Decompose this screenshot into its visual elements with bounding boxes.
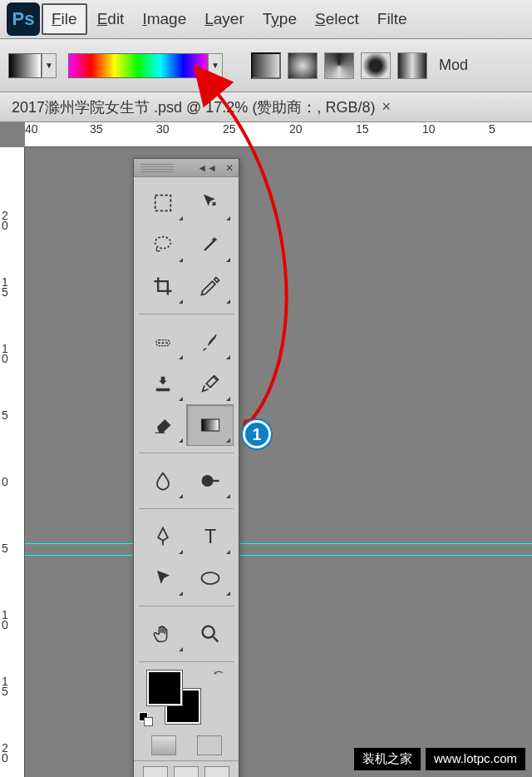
standard-mode[interactable] xyxy=(151,735,176,755)
svg-point-5 xyxy=(165,342,167,344)
guide-line[interactable] xyxy=(25,543,532,544)
svg-point-10 xyxy=(201,572,219,584)
svg-point-11 xyxy=(202,626,214,638)
guide-line[interactable] xyxy=(25,555,532,556)
options-bar: ▼ ▼ Mod xyxy=(0,39,532,92)
mode-label: Mod xyxy=(439,57,468,74)
healing-brush-tool[interactable] xyxy=(139,321,186,363)
grip-icon xyxy=(140,164,174,172)
close-icon[interactable]: ✕ xyxy=(225,162,234,174)
lasso-tool[interactable] xyxy=(139,224,186,265)
svg-text:T: T xyxy=(204,526,215,547)
svg-point-4 xyxy=(161,342,163,344)
gradient-swatch[interactable] xyxy=(8,53,42,78)
workspace: 2 01 51 05051 01 52 0 xyxy=(0,147,532,777)
type-tool[interactable]: T xyxy=(186,516,234,557)
move-tool[interactable] xyxy=(186,182,234,224)
color-swatches: ⤺ xyxy=(134,664,239,730)
close-tab-icon[interactable]: × xyxy=(382,98,391,116)
default-colors-icon[interactable] xyxy=(139,712,154,727)
angle-gradient-button[interactable] xyxy=(324,52,354,79)
clone-stamp-tool[interactable] xyxy=(139,363,186,404)
ellipse-tool[interactable] xyxy=(186,557,234,599)
hand-tool[interactable] xyxy=(139,613,186,655)
canvas[interactable] xyxy=(25,147,532,777)
gradient-picker-dropdown[interactable]: ▼ xyxy=(208,53,223,78)
magic-wand-tool[interactable] xyxy=(186,224,234,265)
svg-rect-0 xyxy=(155,195,170,211)
svg-rect-6 xyxy=(201,419,219,431)
watermark-text-1: 装机之家 xyxy=(354,748,421,770)
menu-filter[interactable]: Filte xyxy=(369,5,416,33)
svg-point-7 xyxy=(201,475,213,487)
watermark: 装机之家 www.lotpc.com xyxy=(354,748,525,770)
menu-layer[interactable]: Layer xyxy=(196,5,253,33)
crop-tool[interactable] xyxy=(139,265,186,307)
reflected-gradient-button[interactable] xyxy=(361,52,391,79)
collapse-icon[interactable]: ◄◄ xyxy=(197,162,217,174)
gradient-types xyxy=(251,52,427,79)
ruler-vertical[interactable]: 2 01 51 05051 01 52 0 xyxy=(0,147,25,777)
eyedropper-tool[interactable] xyxy=(186,265,234,307)
dodge-tool[interactable] xyxy=(186,460,234,502)
diamond-gradient-button[interactable] xyxy=(397,52,427,79)
menu-edit[interactable]: Edit xyxy=(89,5,133,33)
document-tab[interactable]: 2017滁州学院女生节 .psd @ 17.2% (赞助商：, RGB/8) × xyxy=(0,92,532,122)
eraser-tool[interactable] xyxy=(139,404,186,446)
edit-modes xyxy=(134,730,239,760)
brush-tool[interactable] xyxy=(186,321,234,363)
zoom-tool[interactable] xyxy=(186,613,234,655)
svg-point-1 xyxy=(155,237,170,249)
blur-tool[interactable] xyxy=(139,460,186,502)
svg-point-3 xyxy=(158,342,160,344)
ps-logo: Ps xyxy=(7,2,40,36)
annotation-badge-1: 1 xyxy=(243,420,271,448)
screen-mode-2[interactable] xyxy=(174,766,199,777)
quick-mask-mode[interactable] xyxy=(197,735,222,755)
tools-panel: ◄◄ ✕ T ⤺ xyxy=(133,158,239,777)
gradient-picker[interactable] xyxy=(68,53,208,78)
menu-image[interactable]: Image xyxy=(134,5,195,33)
gradient-dropdown[interactable]: ▼ xyxy=(42,53,57,78)
menu-bar: Ps File Edit Image Layer Type Select Fil… xyxy=(0,0,532,39)
screen-mode-3[interactable] xyxy=(204,766,229,777)
ruler-horizontal[interactable]: 403530252015105 xyxy=(25,122,532,147)
history-brush-tool[interactable] xyxy=(186,363,234,404)
path-selection-tool[interactable] xyxy=(139,557,186,599)
menu-select[interactable]: Select xyxy=(307,5,367,33)
linear-gradient-button[interactable] xyxy=(251,52,281,79)
watermark-text-2: www.lotpc.com xyxy=(426,748,525,770)
menu-file[interactable]: File xyxy=(42,3,87,35)
swap-colors-icon[interactable]: ⤺ xyxy=(214,666,224,679)
foreground-color[interactable] xyxy=(147,671,182,705)
marquee-tool[interactable] xyxy=(139,182,186,224)
document-title: 2017滁州学院女生节 .psd @ 17.2% (赞助商：, RGB/8) xyxy=(12,97,375,117)
panel-header[interactable]: ◄◄ ✕ xyxy=(134,159,239,177)
pen-tool[interactable] xyxy=(139,516,186,557)
radial-gradient-button[interactable] xyxy=(288,52,318,79)
menu-type[interactable]: Type xyxy=(254,5,305,33)
screen-modes xyxy=(134,760,239,777)
svg-rect-8 xyxy=(212,480,219,482)
screen-mode-1[interactable] xyxy=(143,766,168,777)
gradient-tool[interactable] xyxy=(186,404,234,446)
